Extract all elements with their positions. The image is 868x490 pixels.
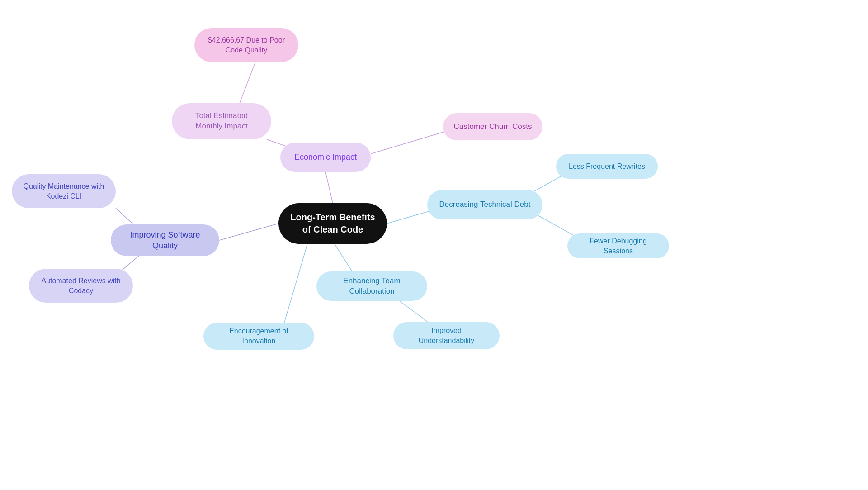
center-node: Long-Term Benefits of Clean Code: [278, 203, 387, 244]
decreasing-technical-debt-node: Decreasing Technical Debt: [427, 190, 542, 219]
fewer-debugging-sessions-node: Fewer Debugging Sessions: [567, 233, 669, 258]
svg-line-2: [240, 62, 255, 103]
enhancing-team-collaboration-node: Enhancing Team Collaboration: [316, 271, 427, 301]
less-frequent-rewrites-node: Less Frequent Rewrites: [556, 154, 658, 179]
improving-software-quality-node: Improving Software Quality: [111, 224, 219, 256]
improved-understandability-node: Improved Understandability: [393, 322, 500, 349]
encouragement-of-innovation-node: Encouragement of Innovation: [203, 323, 314, 350]
total-estimated-node: Total Estimated Monthly Impact: [172, 103, 271, 139]
customer-churn-node: Customer Churn Costs: [443, 113, 542, 140]
svg-line-4: [219, 224, 278, 240]
quality-maintenance-node: Quality Maintenance with Kodezi CLI: [12, 174, 116, 208]
poor-code-quality-node: $42,666.67 Due to Poor Code Quality: [194, 28, 298, 62]
automated-reviews-node: Automated Reviews with Codacy: [29, 269, 133, 303]
svg-line-0: [326, 172, 333, 203]
economic-impact-node: Economic Impact: [280, 143, 371, 172]
